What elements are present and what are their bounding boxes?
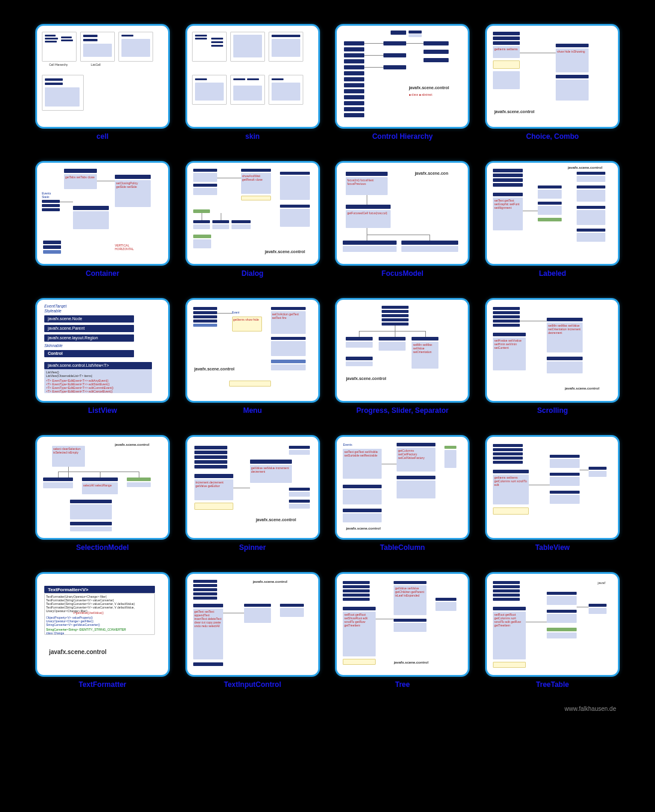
card-label: Choice, Combo xyxy=(526,132,579,150)
card-label: Spinner xyxy=(239,543,266,561)
card-control-hierarchy[interactable]: javafx.scene.control ■ class ■ abstract … xyxy=(333,24,473,150)
card-label: Labeled xyxy=(539,269,566,287)
card-textformatter[interactable]: TextFormatter<V> TextFormatter(UnaryOper… xyxy=(33,572,172,698)
card-menu[interactable]: Event getItems show hide setOnAction get… xyxy=(183,298,322,424)
card-label: FocusModel xyxy=(382,269,424,287)
card-selectionmodel[interactable]: select clearSelection isSelected isEmpty… xyxy=(33,435,172,561)
card-label: Scrolling xyxy=(537,406,568,424)
card-progress-slider-separator[interactable]: setMin setMax setValue setOrientation ja… xyxy=(333,298,473,424)
card-label: Dialog xyxy=(242,269,264,287)
card-label: ListView xyxy=(88,406,117,424)
card-scrolling[interactable]: setHvalue setVvalue setHmin setVmin setC… xyxy=(483,298,622,424)
card-label: Menu xyxy=(243,406,261,424)
card-label: TableColumn xyxy=(380,543,425,561)
card-cell[interactable]: Cell Hierarchy ListCell cell xyxy=(33,24,172,150)
card-spinner[interactable]: increment decrement getValue getEditor g… xyxy=(183,435,322,561)
card-tableview[interactable]: getItems setItems getColumns sort scroll… xyxy=(483,435,622,561)
card-dialog[interactable]: showAndWait getResult close javafx.scene… xyxy=(183,161,322,287)
card-tablecolumn[interactable]: Events setText getText setVisible setSor… xyxy=(333,435,473,561)
card-focusmodel[interactable]: focus(int) focusNext focusPrevious getFo… xyxy=(333,161,473,287)
card-textinputcontrol[interactable]: getText setText appendText insertText de… xyxy=(183,572,322,698)
card-label: cell xyxy=(96,132,108,150)
card-tree[interactable]: setRoot getRoot setShowRoot edit scrollT… xyxy=(333,572,473,698)
card-container[interactable]: getTabs setTabs close Events Static setC… xyxy=(33,161,172,287)
card-label: Tree xyxy=(395,680,410,698)
card-label: TextFormatter xyxy=(78,680,126,698)
card-label: TreeTable xyxy=(536,680,569,698)
card-labeled[interactable]: setText getText setGraphic setFont setAl… xyxy=(483,161,622,287)
card-listview[interactable]: EventTarget Styleable javafx.scene.Node … xyxy=(33,298,172,424)
card-choice-combo[interactable]: getItems setItems show hide isShowing ja… xyxy=(483,24,622,150)
card-label: Control Hierarchy xyxy=(372,132,432,150)
footer-credit: www.falkhausen.de xyxy=(33,705,622,712)
card-label: Container xyxy=(86,269,119,287)
card-label: TableView xyxy=(535,543,570,561)
thumbnail-grid: Cell Hierarchy ListCell cell xyxy=(33,24,622,698)
card-label: SelectionModel xyxy=(76,543,129,561)
card-label: Progress, Slider, Separator xyxy=(357,406,449,424)
card-treetable[interactable]: setRoot getRoot getColumns sort scrollTo… xyxy=(483,572,622,698)
card-label: skin xyxy=(245,132,260,150)
card-skin[interactable]: skin xyxy=(183,24,322,150)
card-label: TextInputControl xyxy=(224,680,281,698)
